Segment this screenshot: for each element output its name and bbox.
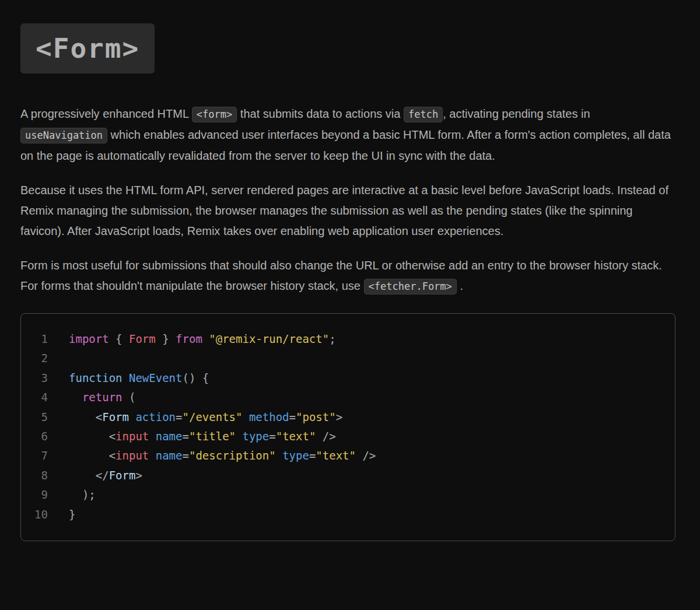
line-number: 5 xyxy=(21,408,48,427)
code-line-content: import { Form } from "@remix-run/react"; xyxy=(48,329,342,349)
code-line-content xyxy=(48,349,75,368)
code-line-content: <input name="title" type="text" /> xyxy=(48,427,342,446)
code-line-content: <Form action="/events" method="post"> xyxy=(48,408,349,427)
code-line-content: ); xyxy=(48,485,102,504)
code-line: 6 <input name="title" type="text" /> xyxy=(21,427,675,446)
code-line-content: } xyxy=(48,505,82,524)
line-number: 9 xyxy=(21,485,48,504)
inline-code: useNavigation xyxy=(20,128,107,143)
code-lines: 1import { Form } from "@remix-run/react"… xyxy=(21,329,675,524)
code-line: 4 return ( xyxy=(21,388,675,407)
code-line: 5 <Form action="/events" method="post"> xyxy=(21,408,675,427)
code-block: 1import { Form } from "@remix-run/react"… xyxy=(20,313,676,541)
page-title: <Form> xyxy=(20,23,155,73)
code-line: 2 xyxy=(21,349,675,368)
inline-code: <fetcher.Form> xyxy=(364,279,457,295)
code-line: 3function NewEvent() { xyxy=(21,369,675,388)
docs-page: <Form> A progressively enhanced HTML <fo… xyxy=(0,0,700,541)
code-line-content: </Form> xyxy=(48,466,149,485)
code-line-content: return ( xyxy=(48,388,142,407)
paragraph: A progressively enhanced HTML <form> tha… xyxy=(20,104,676,166)
code-line: 9 ); xyxy=(21,485,675,504)
line-number: 10 xyxy=(21,505,48,524)
code-line-content: function NewEvent() { xyxy=(48,369,216,388)
line-number: 1 xyxy=(21,329,48,349)
paragraph: Form is most useful for submissions that… xyxy=(20,255,676,297)
page-title-text: <Form> xyxy=(36,33,139,64)
code-line-content: <input name="description" type="text" /> xyxy=(48,446,383,465)
line-number: 6 xyxy=(21,427,48,446)
line-number: 2 xyxy=(21,349,48,368)
inline-code: fetch xyxy=(404,107,443,122)
line-number: 8 xyxy=(21,466,48,485)
intro-paragraphs: A progressively enhanced HTML <form> tha… xyxy=(20,104,676,297)
code-line: 1import { Form } from "@remix-run/react"… xyxy=(21,329,675,349)
paragraph: Because it uses the HTML form API, serve… xyxy=(20,180,676,241)
code-line: 7 <input name="description" type="text" … xyxy=(21,446,675,465)
inline-code: <form> xyxy=(192,107,237,122)
line-number: 3 xyxy=(21,369,48,388)
line-number: 7 xyxy=(21,446,48,465)
code-line: 10} xyxy=(21,505,675,524)
code-line: 8 </Form> xyxy=(21,466,675,485)
line-number: 4 xyxy=(21,388,48,407)
